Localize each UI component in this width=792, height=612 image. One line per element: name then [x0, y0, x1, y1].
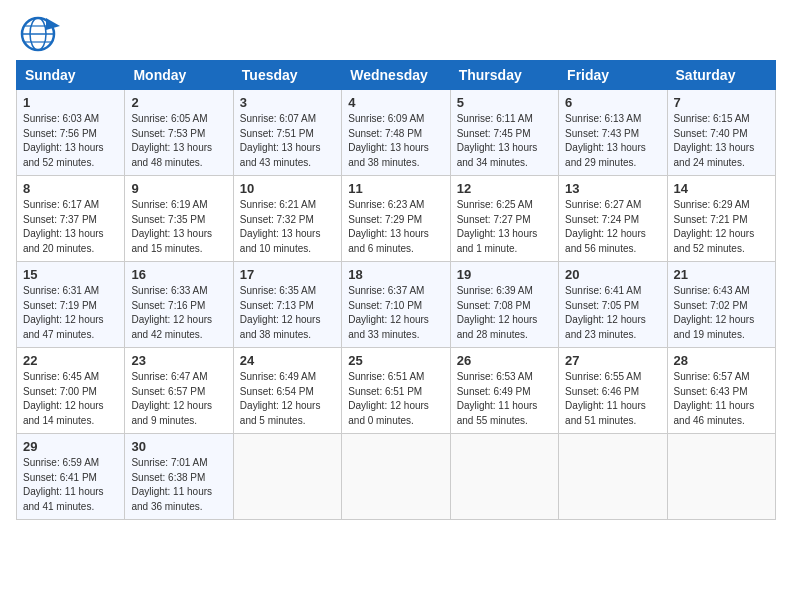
calendar-week-row: 15Sunrise: 6:31 AM Sunset: 7:19 PM Dayli… — [17, 262, 776, 348]
day-info: Sunrise: 6:13 AM Sunset: 7:43 PM Dayligh… — [565, 112, 660, 170]
day-info: Sunrise: 7:01 AM Sunset: 6:38 PM Dayligh… — [131, 456, 226, 514]
day-number: 17 — [240, 267, 335, 282]
day-info: Sunrise: 6:57 AM Sunset: 6:43 PM Dayligh… — [674, 370, 769, 428]
day-number: 26 — [457, 353, 552, 368]
weekday-header: Thursday — [450, 61, 558, 90]
day-info: Sunrise: 6:25 AM Sunset: 7:27 PM Dayligh… — [457, 198, 552, 256]
day-number: 23 — [131, 353, 226, 368]
page-header — [16, 16, 776, 52]
day-info: Sunrise: 6:51 AM Sunset: 6:51 PM Dayligh… — [348, 370, 443, 428]
calendar-day-cell: 29Sunrise: 6:59 AM Sunset: 6:41 PM Dayli… — [17, 434, 125, 520]
day-number: 7 — [674, 95, 769, 110]
day-info: Sunrise: 6:35 AM Sunset: 7:13 PM Dayligh… — [240, 284, 335, 342]
day-info: Sunrise: 6:39 AM Sunset: 7:08 PM Dayligh… — [457, 284, 552, 342]
day-number: 8 — [23, 181, 118, 196]
calendar-day-cell — [342, 434, 450, 520]
calendar-day-cell: 30Sunrise: 7:01 AM Sunset: 6:38 PM Dayli… — [125, 434, 233, 520]
calendar-day-cell: 8Sunrise: 6:17 AM Sunset: 7:37 PM Daylig… — [17, 176, 125, 262]
day-info: Sunrise: 6:49 AM Sunset: 6:54 PM Dayligh… — [240, 370, 335, 428]
day-info: Sunrise: 6:11 AM Sunset: 7:45 PM Dayligh… — [457, 112, 552, 170]
day-number: 22 — [23, 353, 118, 368]
calendar-day-cell: 9Sunrise: 6:19 AM Sunset: 7:35 PM Daylig… — [125, 176, 233, 262]
day-info: Sunrise: 6:41 AM Sunset: 7:05 PM Dayligh… — [565, 284, 660, 342]
calendar-day-cell: 26Sunrise: 6:53 AM Sunset: 6:49 PM Dayli… — [450, 348, 558, 434]
day-number: 21 — [674, 267, 769, 282]
day-number: 9 — [131, 181, 226, 196]
calendar-day-cell: 6Sunrise: 6:13 AM Sunset: 7:43 PM Daylig… — [559, 90, 667, 176]
logo-icon — [16, 16, 60, 52]
day-number: 16 — [131, 267, 226, 282]
calendar-day-cell: 13Sunrise: 6:27 AM Sunset: 7:24 PM Dayli… — [559, 176, 667, 262]
day-info: Sunrise: 6:29 AM Sunset: 7:21 PM Dayligh… — [674, 198, 769, 256]
weekday-header: Friday — [559, 61, 667, 90]
calendar-day-cell — [233, 434, 341, 520]
calendar-day-cell: 19Sunrise: 6:39 AM Sunset: 7:08 PM Dayli… — [450, 262, 558, 348]
weekday-header: Tuesday — [233, 61, 341, 90]
weekday-header: Sunday — [17, 61, 125, 90]
calendar-table: SundayMondayTuesdayWednesdayThursdayFrid… — [16, 60, 776, 520]
calendar-day-cell: 3Sunrise: 6:07 AM Sunset: 7:51 PM Daylig… — [233, 90, 341, 176]
calendar-day-cell: 2Sunrise: 6:05 AM Sunset: 7:53 PM Daylig… — [125, 90, 233, 176]
calendar-day-cell: 1Sunrise: 6:03 AM Sunset: 7:56 PM Daylig… — [17, 90, 125, 176]
day-number: 30 — [131, 439, 226, 454]
calendar-day-cell: 23Sunrise: 6:47 AM Sunset: 6:57 PM Dayli… — [125, 348, 233, 434]
day-number: 28 — [674, 353, 769, 368]
day-number: 11 — [348, 181, 443, 196]
day-info: Sunrise: 6:37 AM Sunset: 7:10 PM Dayligh… — [348, 284, 443, 342]
calendar-day-cell: 15Sunrise: 6:31 AM Sunset: 7:19 PM Dayli… — [17, 262, 125, 348]
calendar-day-cell: 21Sunrise: 6:43 AM Sunset: 7:02 PM Dayli… — [667, 262, 775, 348]
calendar-day-cell: 28Sunrise: 6:57 AM Sunset: 6:43 PM Dayli… — [667, 348, 775, 434]
calendar-day-cell: 16Sunrise: 6:33 AM Sunset: 7:16 PM Dayli… — [125, 262, 233, 348]
day-number: 3 — [240, 95, 335, 110]
calendar-day-cell: 4Sunrise: 6:09 AM Sunset: 7:48 PM Daylig… — [342, 90, 450, 176]
calendar-day-cell: 25Sunrise: 6:51 AM Sunset: 6:51 PM Dayli… — [342, 348, 450, 434]
day-number: 19 — [457, 267, 552, 282]
day-number: 13 — [565, 181, 660, 196]
day-number: 27 — [565, 353, 660, 368]
day-number: 25 — [348, 353, 443, 368]
calendar-day-cell: 11Sunrise: 6:23 AM Sunset: 7:29 PM Dayli… — [342, 176, 450, 262]
day-number: 5 — [457, 95, 552, 110]
calendar-day-cell: 18Sunrise: 6:37 AM Sunset: 7:10 PM Dayli… — [342, 262, 450, 348]
day-number: 14 — [674, 181, 769, 196]
calendar-day-cell: 7Sunrise: 6:15 AM Sunset: 7:40 PM Daylig… — [667, 90, 775, 176]
day-info: Sunrise: 6:19 AM Sunset: 7:35 PM Dayligh… — [131, 198, 226, 256]
calendar-header-row: SundayMondayTuesdayWednesdayThursdayFrid… — [17, 61, 776, 90]
day-info: Sunrise: 6:23 AM Sunset: 7:29 PM Dayligh… — [348, 198, 443, 256]
weekday-header: Wednesday — [342, 61, 450, 90]
day-info: Sunrise: 6:53 AM Sunset: 6:49 PM Dayligh… — [457, 370, 552, 428]
calendar-day-cell: 22Sunrise: 6:45 AM Sunset: 7:00 PM Dayli… — [17, 348, 125, 434]
calendar-day-cell: 20Sunrise: 6:41 AM Sunset: 7:05 PM Dayli… — [559, 262, 667, 348]
day-number: 2 — [131, 95, 226, 110]
calendar-day-cell — [559, 434, 667, 520]
day-number: 18 — [348, 267, 443, 282]
calendar-day-cell — [667, 434, 775, 520]
day-info: Sunrise: 6:55 AM Sunset: 6:46 PM Dayligh… — [565, 370, 660, 428]
weekday-header: Saturday — [667, 61, 775, 90]
day-info: Sunrise: 6:21 AM Sunset: 7:32 PM Dayligh… — [240, 198, 335, 256]
day-info: Sunrise: 6:59 AM Sunset: 6:41 PM Dayligh… — [23, 456, 118, 514]
day-info: Sunrise: 6:27 AM Sunset: 7:24 PM Dayligh… — [565, 198, 660, 256]
day-number: 4 — [348, 95, 443, 110]
day-number: 6 — [565, 95, 660, 110]
calendar-day-cell: 12Sunrise: 6:25 AM Sunset: 7:27 PM Dayli… — [450, 176, 558, 262]
day-info: Sunrise: 6:07 AM Sunset: 7:51 PM Dayligh… — [240, 112, 335, 170]
calendar-week-row: 1Sunrise: 6:03 AM Sunset: 7:56 PM Daylig… — [17, 90, 776, 176]
day-info: Sunrise: 6:17 AM Sunset: 7:37 PM Dayligh… — [23, 198, 118, 256]
calendar-day-cell: 17Sunrise: 6:35 AM Sunset: 7:13 PM Dayli… — [233, 262, 341, 348]
calendar-day-cell: 14Sunrise: 6:29 AM Sunset: 7:21 PM Dayli… — [667, 176, 775, 262]
calendar-week-row: 22Sunrise: 6:45 AM Sunset: 7:00 PM Dayli… — [17, 348, 776, 434]
day-number: 1 — [23, 95, 118, 110]
calendar-day-cell — [450, 434, 558, 520]
day-number: 10 — [240, 181, 335, 196]
calendar-week-row: 8Sunrise: 6:17 AM Sunset: 7:37 PM Daylig… — [17, 176, 776, 262]
weekday-header: Monday — [125, 61, 233, 90]
day-info: Sunrise: 6:45 AM Sunset: 7:00 PM Dayligh… — [23, 370, 118, 428]
day-info: Sunrise: 6:05 AM Sunset: 7:53 PM Dayligh… — [131, 112, 226, 170]
calendar-day-cell: 24Sunrise: 6:49 AM Sunset: 6:54 PM Dayli… — [233, 348, 341, 434]
day-info: Sunrise: 6:47 AM Sunset: 6:57 PM Dayligh… — [131, 370, 226, 428]
day-number: 12 — [457, 181, 552, 196]
day-info: Sunrise: 6:15 AM Sunset: 7:40 PM Dayligh… — [674, 112, 769, 170]
day-info: Sunrise: 6:03 AM Sunset: 7:56 PM Dayligh… — [23, 112, 118, 170]
day-info: Sunrise: 6:09 AM Sunset: 7:48 PM Dayligh… — [348, 112, 443, 170]
